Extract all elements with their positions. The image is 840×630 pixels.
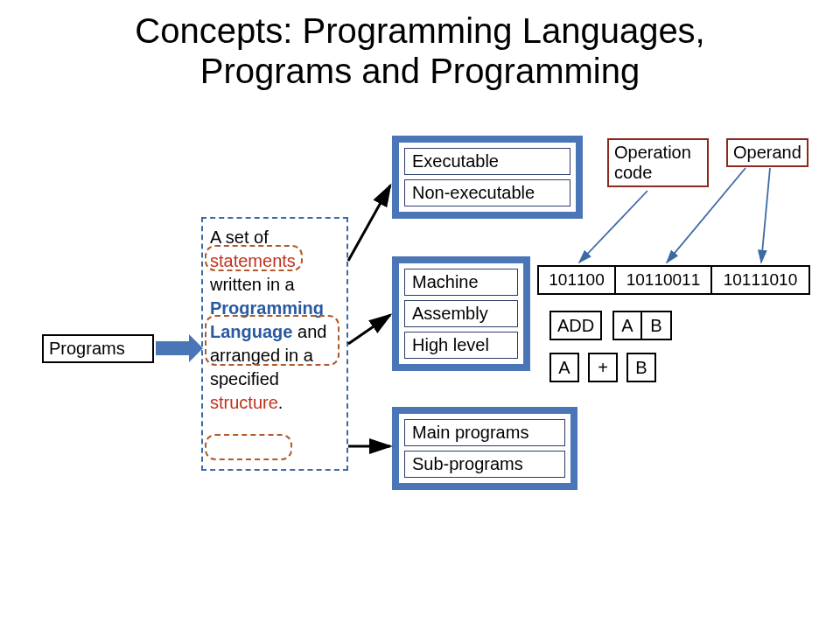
prog-main: Main programs [404, 419, 565, 446]
asm-cell-b: B [642, 311, 672, 340]
prog-sub: Sub-programs [404, 451, 565, 478]
highlight-structure [205, 434, 292, 460]
arrow-operand-to-binary3-icon [761, 168, 770, 262]
prog-group: Main programs Sub-programs [392, 407, 578, 490]
binary-cell-2: 10110011 [616, 265, 712, 295]
binary-cell-1: 101100 [537, 265, 616, 295]
slide-title: Concepts: Programming Languages, Program… [0, 10, 840, 91]
level-machine: Machine [404, 269, 518, 296]
title-line-2: Programs and Programming [200, 52, 640, 90]
kw-structure: structure [210, 393, 278, 412]
arrow-opcode-to-binary-icon [579, 191, 648, 262]
programs-label: Programs [49, 339, 125, 358]
level-highlevel: High level [404, 332, 518, 359]
level-assembly: Assembly [404, 300, 518, 327]
operation-code-label: Operation code [614, 143, 691, 182]
hl-cell-b: B [626, 353, 656, 382]
title-line-1: Concepts: Programming Languages, [135, 11, 704, 50]
arrow-programs-to-desc-icon [156, 334, 203, 362]
highlight-proglang [205, 315, 340, 366]
exec-group: Executable Non-executable [392, 136, 583, 219]
binary-cell-3: 10111010 [712, 265, 810, 295]
operand-label: Operand [733, 143, 802, 162]
operand-box: Operand [726, 138, 808, 167]
level-group: Machine Assembly High level [392, 256, 530, 371]
operation-code-box: Operation code [607, 138, 709, 187]
hl-cell-plus: + [588, 353, 618, 382]
highlight-statements [205, 245, 303, 271]
svg-rect-0 [156, 341, 189, 355]
hl-cell-a: A [550, 353, 579, 382]
exec-item-nonexecutable: Non-executable [404, 179, 570, 206]
programs-box: Programs [42, 334, 154, 363]
exec-item-executable: Executable [404, 148, 570, 175]
asm-cell-a: A [612, 311, 642, 340]
arrow-to-exec-icon [348, 186, 390, 261]
diagram-stage: Concepts: Programming Languages, Program… [0, 0, 840, 630]
arrow-to-level-icon [348, 315, 390, 344]
asm-cell-add: ADD [550, 311, 602, 340]
